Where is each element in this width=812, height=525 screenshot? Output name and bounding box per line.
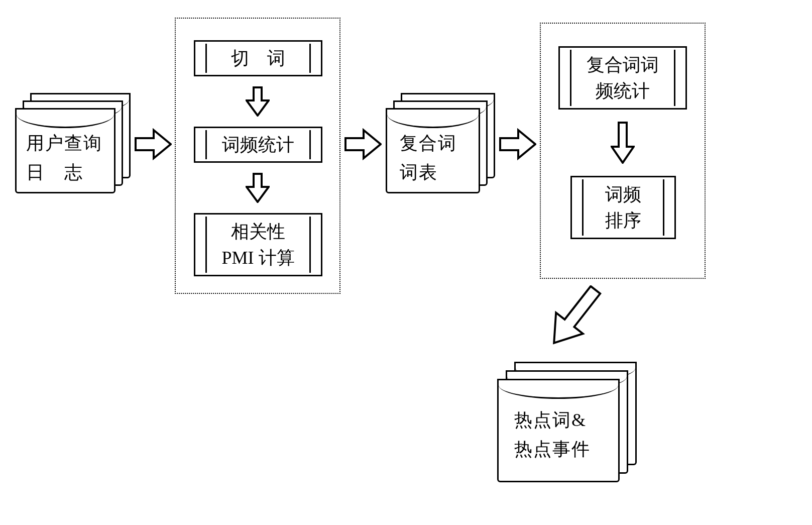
output-doc-line1: 热点词& [514,406,591,435]
proc-compound-freq: 复合词词 频统计 [558,46,687,110]
proc-segment-label: 切 词 [231,45,285,71]
compound-doc-label: 复合词 词表 [400,129,457,187]
input-doc-line2: 日 志 [26,158,102,187]
input-doc-stack: 用户查询 日 志 [15,93,131,193]
compound-doc-line2: 词表 [400,158,457,187]
proc-segment: 切 词 [194,40,322,76]
compound-doc-stack: 复合词 词表 [386,93,496,193]
arrow-input-to-box1 [135,128,172,160]
proc-pmi-line2: PMI 计算 [221,245,294,271]
arrow-box2-to-output [538,285,609,351]
proc-rank-line2: 排序 [605,207,641,234]
proc-rank-line1: 词频 [605,181,641,207]
arrow-compound-to-sort [611,122,635,164]
arrow-freq-to-pmi [246,173,270,203]
output-doc-stack: 热点词& 热点事件 [497,362,638,482]
diagram-canvas: 用户查询 日 志 切 词 词频统计 相关性 PMI 计算 [0,0,812,525]
output-doc-line2: 热点事件 [514,435,591,464]
arrow-box1-to-compound [344,128,382,160]
input-doc-line1: 用户查询 [26,129,102,158]
proc-word-freq: 词频统计 [194,127,322,163]
compound-doc-line1: 复合词 [400,129,457,158]
proc-word-freq-label: 词频统计 [222,132,294,158]
arrow-compound-to-box2 [499,128,536,160]
output-doc-label: 热点词& 热点事件 [514,406,591,464]
proc-pmi: 相关性 PMI 计算 [194,213,322,276]
proc-pmi-line1: 相关性 [221,219,294,245]
proc-rank: 词频 排序 [570,176,676,239]
proc-compound-freq-line1: 复合词词 [587,52,659,78]
arrow-segment-to-freq [246,86,270,117]
proc-compound-freq-line2: 频统计 [587,78,659,104]
input-doc-label: 用户查询 日 志 [26,129,102,187]
